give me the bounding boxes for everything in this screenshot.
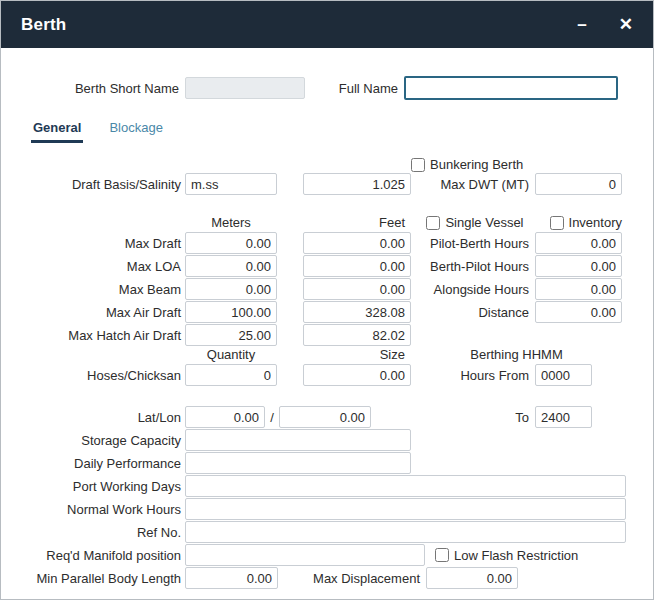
latlon-row: Lat/Lon / To	[1, 406, 653, 428]
max-air-draft-meters-input[interactable]	[185, 301, 277, 323]
bunkering-row: Bunkering Berth	[1, 157, 653, 172]
dialog-title: Berth	[21, 15, 66, 35]
window-buttons: – ✕	[577, 16, 633, 33]
longitude-input[interactable]	[279, 406, 371, 428]
reqd-manifold-input[interactable]	[185, 544, 425, 566]
bunkering-berth-label: Bunkering Berth	[430, 157, 523, 172]
normal-work-hours-label: Normal Work Hours	[1, 502, 185, 517]
tab-blockage[interactable]: Blockage	[107, 118, 164, 143]
lat-lon-label: Lat/Lon	[1, 410, 185, 425]
max-draft-row: Max Draft Pilot-Berth Hours	[1, 232, 653, 254]
max-hatch-air-draft-row: Max Hatch Air Draft	[1, 324, 653, 346]
draft-basis-input[interactable]	[185, 173, 277, 195]
berth-short-name-label: Berth Short Name	[1, 81, 185, 96]
port-working-days-row: Port Working Days	[1, 475, 653, 497]
single-vessel-group: Single Vessel	[426, 215, 523, 230]
min-parallel-row: Min Parallel Body Length Max Displacemen…	[1, 567, 653, 589]
tab-bar: General Blockage	[31, 118, 653, 143]
distance-label: Distance	[411, 305, 535, 320]
max-air-draft-row: Max Air Draft Distance	[1, 301, 653, 323]
max-displacement-label: Max Displacement	[278, 571, 426, 586]
dialog-titlebar: Berth – ✕	[1, 1, 653, 48]
reqd-manifold-label: Req'd Manifold position	[1, 548, 185, 563]
quantity-header: Quantity	[185, 347, 277, 362]
max-draft-feet-input[interactable]	[303, 232, 411, 254]
reqd-manifold-row: Req'd Manifold position Low Flash Restri…	[1, 544, 653, 566]
latlon-separator: /	[265, 410, 279, 425]
max-hatch-air-draft-label: Max Hatch Air Draft	[1, 328, 185, 343]
max-hatch-air-draft-feet-input[interactable]	[303, 324, 411, 346]
max-beam-label: Max Beam	[1, 282, 185, 297]
max-dwt-input[interactable]	[535, 173, 622, 195]
berth-pilot-hours-input[interactable]	[535, 255, 622, 277]
hoses-chicksan-label: Hoses/Chicksan	[1, 368, 185, 383]
close-icon[interactable]: ✕	[619, 16, 633, 33]
storage-capacity-input[interactable]	[185, 429, 411, 451]
name-row: Berth Short Name Full Name	[1, 76, 653, 100]
units-header-row: Meters Feet Single Vessel Inventory	[1, 215, 653, 230]
daily-performance-row: Daily Performance	[1, 452, 653, 474]
hoses-size-input[interactable]	[303, 364, 411, 386]
low-flash-restriction-label: Low Flash Restriction	[454, 548, 578, 563]
hours-to-input[interactable]	[535, 406, 592, 428]
daily-performance-label: Daily Performance	[1, 456, 185, 471]
port-working-days-label: Port Working Days	[1, 479, 185, 494]
max-displacement-input[interactable]	[426, 567, 518, 589]
normal-work-hours-row: Normal Work Hours	[1, 498, 653, 520]
inventory-group: Inventory	[550, 215, 622, 230]
berth-dialog: Berth – ✕ Berth Short Name Full Name Gen…	[0, 0, 654, 600]
max-loa-label: Max LOA	[1, 259, 185, 274]
min-parallel-body-length-label: Min Parallel Body Length	[1, 571, 185, 586]
latitude-input[interactable]	[185, 406, 265, 428]
tab-general[interactable]: General	[31, 118, 83, 143]
low-flash-restriction-checkbox[interactable]	[435, 548, 449, 562]
daily-performance-input[interactable]	[185, 452, 411, 474]
ref-no-input[interactable]	[185, 521, 626, 543]
max-draft-label: Max Draft	[1, 236, 185, 251]
max-hatch-air-draft-meters-input[interactable]	[185, 324, 277, 346]
min-parallel-body-length-input[interactable]	[185, 567, 278, 589]
max-draft-meters-input[interactable]	[185, 232, 277, 254]
max-beam-feet-input[interactable]	[303, 278, 411, 300]
to-label: To	[371, 410, 535, 425]
normal-work-hours-input[interactable]	[185, 498, 626, 520]
inventory-label: Inventory	[569, 215, 622, 230]
alongside-hours-input[interactable]	[535, 278, 622, 300]
bunkering-berth-checkbox[interactable]	[411, 158, 425, 172]
hoses-quantity-input[interactable]	[185, 364, 277, 386]
size-header: Size	[303, 347, 411, 362]
hours-from-label: Hours From	[411, 368, 535, 383]
pilot-berth-hours-label: Pilot-Berth Hours	[411, 236, 535, 251]
full-name-input[interactable]	[404, 76, 618, 100]
berth-short-name-input	[185, 77, 305, 99]
meters-header: Meters	[185, 215, 277, 230]
single-vessel-label: Single Vessel	[445, 215, 523, 230]
max-dwt-label: Max DWT (MT)	[411, 177, 535, 192]
inventory-checkbox[interactable]	[550, 216, 564, 230]
dialog-body: Berth Short Name Full Name General Block…	[1, 48, 653, 589]
berth-pilot-hours-label: Berth-Pilot Hours	[411, 259, 535, 274]
max-loa-meters-input[interactable]	[185, 255, 277, 277]
ref-no-label: Ref No.	[1, 525, 185, 540]
full-name-label: Full Name	[305, 81, 404, 96]
max-air-draft-feet-input[interactable]	[303, 301, 411, 323]
feet-header: Feet	[303, 215, 411, 230]
single-vessel-checkbox[interactable]	[426, 216, 440, 230]
salinity-input[interactable]	[303, 173, 411, 195]
berthing-hhmm-header: Berthing HHMM	[411, 347, 622, 362]
minimize-icon[interactable]: –	[577, 16, 586, 33]
max-beam-meters-input[interactable]	[185, 278, 277, 300]
quantity-header-row: Quantity Size Berthing HHMM	[1, 347, 653, 362]
alongside-hours-label: Alongside Hours	[411, 282, 535, 297]
max-loa-row: Max LOA Berth-Pilot Hours	[1, 255, 653, 277]
hoses-row: Hoses/Chicksan Hours From	[1, 364, 653, 386]
max-beam-row: Max Beam Alongside Hours	[1, 278, 653, 300]
port-working-days-input[interactable]	[185, 475, 626, 497]
hours-from-input[interactable]	[535, 364, 592, 386]
pilot-berth-hours-input[interactable]	[535, 232, 622, 254]
max-air-draft-label: Max Air Draft	[1, 305, 185, 320]
distance-input[interactable]	[535, 301, 622, 323]
max-loa-feet-input[interactable]	[303, 255, 411, 277]
draft-basis-label: Draft Basis/Salinity	[1, 177, 185, 192]
storage-capacity-label: Storage Capacity	[1, 433, 185, 448]
